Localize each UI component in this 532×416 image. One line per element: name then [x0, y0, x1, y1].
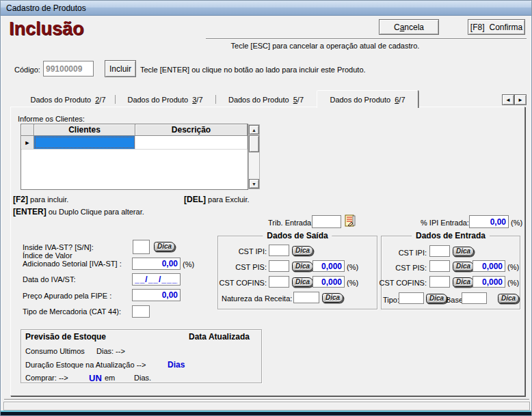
saida-cst-pis-dica-button[interactable]: Dica — [292, 262, 313, 271]
incluir-button[interactable]: Incluir — [105, 60, 136, 77]
scrollbar-up-button[interactable]: ▲ — [249, 125, 259, 135]
hint-del: [DEL] para Excluir. — [184, 195, 250, 204]
natureza-dica-button[interactable]: Dica — [322, 293, 343, 303]
ipi-entrada-input[interactable] — [469, 215, 509, 228]
tipo-label: Tipo: — [383, 296, 399, 304]
saida-cst-cofins-label: CST COFINS: — [217, 279, 267, 287]
grid-header-clientes[interactable]: Clientes — [34, 124, 135, 136]
scroll-up-icon: ▲ — [252, 128, 256, 133]
entrada-pis-pct-label: (%) — [507, 263, 519, 271]
entrada-cst-pis-input[interactable] — [429, 260, 450, 272]
bottom-divider — [4, 399, 529, 400]
grid-cell-clientes[interactable] — [34, 136, 135, 149]
cat44-label: Tipo de Mercadoria (CAT 44): — [23, 307, 121, 316]
indice-label-1: Índice de Valor — [23, 251, 72, 260]
status-bar — [3, 402, 530, 411]
entrada-cst-cofins-input[interactable] — [429, 276, 450, 288]
data-iva-label: Data do IVA/ST: — [23, 275, 75, 283]
grid-cell-descricao[interactable] — [135, 136, 248, 149]
dados-saida-title: Dados de Saída — [263, 231, 332, 240]
trib-entrada-input[interactable] — [312, 215, 341, 228]
tipo-dica-button[interactable]: Dica — [426, 294, 447, 303]
confirm-button-label: Confirma — [489, 23, 522, 32]
title-bar: Cadastro de Produtos — [1, 1, 531, 16]
consumo-dias-label: Dias: --> — [96, 347, 125, 355]
saida-cst-pis-label: CST PIS: — [217, 263, 267, 271]
natureza-input[interactable] — [293, 292, 319, 303]
indice-iva-pct: (%) — [183, 260, 194, 268]
ipi-entrada-pct: (%) — [511, 219, 522, 227]
cancel-button-label: Cancela — [394, 23, 424, 32]
tab-next-icon: ► — [518, 97, 523, 103]
tab-dados-3[interactable]: Dados do Produto 3/7 — [116, 93, 215, 107]
window-bottom-border — [1, 412, 532, 416]
saida-pis-pct-input[interactable] — [312, 260, 345, 272]
row-indicator-icon: ► — [25, 139, 31, 146]
clients-grid: Clientes Descrição ► — [21, 124, 248, 190]
entrada-cst-cofins-label: CST COFINS: — [378, 279, 427, 287]
tipo-input[interactable] — [399, 292, 424, 304]
tab-scroll-right-button[interactable]: ► — [514, 94, 527, 105]
dados-entrada-title: Dados de Entrada — [412, 231, 490, 240]
incluir-button-label: Incluir — [109, 64, 131, 74]
entrada-cst-ipi-dica-button[interactable]: Dica — [453, 247, 474, 256]
duracao-dias-value: Dias — [168, 360, 185, 370]
hint-enter: [ENTER] ou Duplo Clique para alterar. — [13, 207, 144, 217]
inside-iva-dica-button[interactable]: Dica — [154, 242, 175, 251]
saida-pis-pct-label: (%) — [347, 263, 358, 271]
saida-cofins-pct-input[interactable] — [312, 276, 345, 288]
hint-f2: [F2] para incluir. — [13, 195, 68, 204]
inside-iva-input[interactable] — [133, 240, 150, 254]
saida-cst-cofins-dica-button[interactable]: Dica — [292, 277, 313, 287]
entrada-cofins-pct-input[interactable] — [473, 276, 505, 288]
fipe-label: Preço Apurado pela FIPE : — [23, 292, 111, 300]
saida-cst-ipi-dica-button[interactable]: Dica — [292, 246, 313, 255]
comprar-em-label: em — [105, 374, 115, 382]
indice-label-2: Adicionado Setorial [IVA-ST] : — [23, 260, 122, 268]
codigo-hint: Tecle [ENTER] ou clique no botão ao lado… — [140, 66, 366, 74]
tab-dados-6-active[interactable]: Dados do Produto 6/7 — [317, 90, 418, 108]
entrada-pis-pct-input[interactable] — [473, 260, 505, 272]
saida-cst-cofins-input[interactable] — [269, 276, 289, 288]
comprar-label: Comprar: --> — [25, 374, 68, 382]
codigo-label: Código: — [14, 66, 40, 74]
confirm-button[interactable]: [F8] Confirma — [468, 19, 525, 35]
scrollbar-thumb[interactable] — [249, 135, 259, 152]
tab-prev-icon: ◄ — [505, 97, 511, 103]
cadastro-produtos-window: Cadastro de Produtos Inclusão Cancela [F… — [0, 0, 532, 416]
entrada-cst-cofins-dica-button[interactable]: Dica — [453, 277, 474, 287]
cancel-button[interactable]: Cancela — [379, 19, 439, 35]
grid-scrollbar[interactable]: ▲ ▼ — [248, 124, 260, 189]
fipe-input[interactable] — [132, 289, 181, 301]
clients-grid-label: Informe os Clientes: — [18, 115, 85, 123]
lookup-icon[interactable] — [344, 214, 357, 227]
codigo-input[interactable] — [43, 61, 94, 77]
saida-cst-ipi-input[interactable] — [269, 245, 289, 256]
scrollbar-down-button[interactable]: ▼ — [249, 179, 259, 189]
saida-cofins-pct-label: (%) — [347, 279, 358, 287]
previsao-title: Previsão de Estoque — [25, 332, 106, 342]
data-iva-input[interactable] — [132, 273, 181, 286]
base-dica-button[interactable]: Dica — [498, 294, 519, 303]
consumo-label: Consumo Ultimos — [25, 347, 85, 355]
tab-scroll-left-button[interactable]: ◄ — [502, 94, 514, 105]
grid-row[interactable]: ► — [21, 136, 248, 150]
base-input[interactable] — [462, 292, 487, 304]
grid-header-descricao[interactable]: Descrição — [135, 124, 248, 136]
window-title: Cadastro de Produtos — [6, 3, 86, 13]
tab-dados-2[interactable]: Dados do Produto 2/7 — [21, 93, 115, 107]
tab-dados-5[interactable]: Dados do Produto 5/7 — [216, 93, 316, 107]
esc-hint: Tecle [ESC] para cancelar a operação atu… — [207, 42, 443, 50]
saida-cst-pis-input[interactable] — [269, 260, 289, 272]
indice-iva-input[interactable] — [132, 258, 181, 270]
scroll-down-icon: ▼ — [252, 182, 256, 186]
cat44-input[interactable] — [132, 305, 150, 318]
entrada-cst-ipi-input[interactable] — [429, 245, 450, 257]
grid-header-indicator — [21, 124, 34, 136]
grid-header-row: Clientes Descrição — [21, 124, 248, 136]
entrada-cst-pis-dica-button[interactable]: Dica — [453, 262, 474, 271]
saida-cst-ipi-label: CST IPI: — [217, 247, 267, 255]
entrada-cst-pis-label: CST PIS: — [378, 264, 427, 272]
natureza-label: Natureza da Receita: — [222, 294, 292, 303]
duracao-label: Duração Estoque na Atualização --> — [25, 361, 146, 369]
